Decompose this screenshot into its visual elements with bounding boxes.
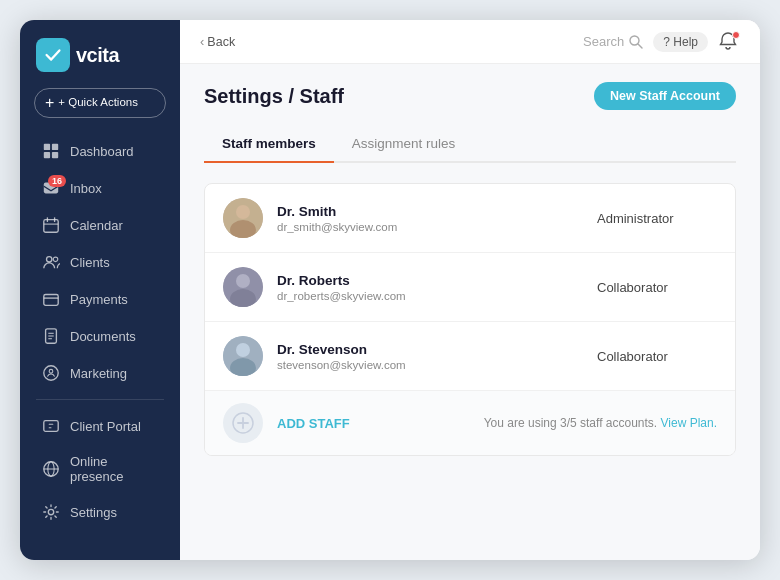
table-row[interactable]: Dr. Stevenson stevenson@skyview.com Coll… xyxy=(205,322,735,391)
sidebar-item-label: Client Portal xyxy=(70,419,141,434)
svg-point-9 xyxy=(47,257,52,262)
staff-name: Dr. Roberts xyxy=(277,273,583,288)
add-staff-row: ADD STAFF You are using 3/5 staff accoun… xyxy=(205,391,735,455)
tabs: Staff members Assignment rules xyxy=(204,126,736,163)
svg-point-27 xyxy=(236,205,250,219)
settings-icon xyxy=(42,503,60,521)
avatar xyxy=(223,198,263,238)
chevron-left-icon: ‹ xyxy=(200,34,204,49)
staff-role: Collaborator xyxy=(597,349,717,364)
staff-info: Dr. Smith dr_smith@skyview.com xyxy=(277,204,583,233)
sidebar: vcita + + Quick Actions Dashboard xyxy=(20,20,180,560)
content-area: Settings / Staff New Staff Account Staff… xyxy=(180,64,760,560)
marketing-icon xyxy=(42,364,60,382)
web-icon xyxy=(42,460,60,478)
tab-assignment-rules[interactable]: Assignment rules xyxy=(334,126,474,163)
staff-info: Dr. Stevenson stevenson@skyview.com xyxy=(277,342,583,371)
quick-actions-label: + Quick Actions xyxy=(58,97,138,109)
add-person-icon xyxy=(232,412,254,434)
add-staff-button[interactable]: ADD STAFF xyxy=(277,416,350,431)
sidebar-item-online-presence[interactable]: Online presence xyxy=(26,445,174,493)
staff-count-message: You are using 3/5 staff accounts. View P… xyxy=(364,416,717,430)
svg-point-18 xyxy=(49,369,53,373)
sidebar-item-label: Calendar xyxy=(70,218,123,233)
avatar xyxy=(223,267,263,307)
sidebar-item-label: Online presence xyxy=(70,454,158,484)
sidebar-item-payments[interactable]: Payments xyxy=(26,281,174,317)
sidebar-item-label: Settings xyxy=(70,505,117,520)
sidebar-nav: Dashboard Inbox 16 Calendar xyxy=(20,132,180,560)
sidebar-item-dashboard[interactable]: Dashboard xyxy=(26,133,174,169)
back-label: Back xyxy=(207,35,235,49)
plus-icon: + xyxy=(45,95,54,111)
sidebar-item-label: Inbox xyxy=(70,181,102,196)
avatar-image xyxy=(223,336,263,376)
back-button[interactable]: ‹ Back xyxy=(200,34,235,49)
sidebar-divider xyxy=(36,399,164,400)
avatar-image xyxy=(223,198,263,238)
notification-button[interactable] xyxy=(718,31,740,53)
logo-icon xyxy=(36,38,70,72)
svg-line-25 xyxy=(638,44,642,48)
documents-icon xyxy=(42,327,60,345)
staff-email: stevenson@skyview.com xyxy=(277,359,583,371)
payments-icon xyxy=(42,290,60,308)
app-container: vcita + + Quick Actions Dashboard xyxy=(20,20,760,560)
staff-name: Dr. Stevenson xyxy=(277,342,583,357)
new-staff-account-button[interactable]: New Staff Account xyxy=(594,82,736,110)
sidebar-item-label: Clients xyxy=(70,255,110,270)
help-button[interactable]: ? Help xyxy=(653,32,708,52)
staff-info: Dr. Roberts dr_roberts@skyview.com xyxy=(277,273,583,302)
svg-point-10 xyxy=(53,257,58,262)
avatar xyxy=(223,336,263,376)
calendar-icon xyxy=(42,216,60,234)
sidebar-item-label: Marketing xyxy=(70,366,127,381)
logo: vcita xyxy=(20,20,180,82)
page-title: Settings / Staff xyxy=(204,85,344,108)
sidebar-item-calendar[interactable]: Calendar xyxy=(26,207,174,243)
svg-point-23 xyxy=(48,509,53,514)
sidebar-item-label: Documents xyxy=(70,329,136,344)
svg-point-30 xyxy=(236,274,250,288)
svg-rect-3 xyxy=(52,152,58,158)
topbar-search: Search ? Help xyxy=(245,31,740,53)
view-plan-link[interactable]: View Plan. xyxy=(661,416,717,430)
inbox-badge: 16 xyxy=(48,175,66,187)
staff-name: Dr. Smith xyxy=(277,204,583,219)
sidebar-item-settings[interactable]: Settings xyxy=(26,494,174,530)
sidebar-item-marketing[interactable]: Marketing xyxy=(26,355,174,391)
sidebar-item-inbox[interactable]: Inbox 16 xyxy=(26,170,174,206)
svg-rect-0 xyxy=(44,144,50,150)
svg-rect-19 xyxy=(44,421,58,432)
topbar: ‹ Back Search ? Help xyxy=(180,20,760,64)
tab-assignment-rules-label: Assignment rules xyxy=(352,136,456,151)
sidebar-item-clients[interactable]: Clients xyxy=(26,244,174,280)
sidebar-item-client-portal[interactable]: Client Portal xyxy=(26,408,174,444)
notification-badge xyxy=(732,31,740,39)
sidebar-item-documents[interactable]: Documents xyxy=(26,318,174,354)
help-label: ? Help xyxy=(663,35,698,49)
clients-icon xyxy=(42,253,60,271)
staff-table: Dr. Smith dr_smith@skyview.com Administr… xyxy=(204,183,736,456)
quick-actions-button[interactable]: + + Quick Actions xyxy=(34,88,166,118)
tab-staff-members[interactable]: Staff members xyxy=(204,126,334,163)
search-placeholder: Search xyxy=(583,34,624,49)
svg-rect-5 xyxy=(44,220,58,233)
svg-rect-11 xyxy=(44,295,58,306)
portal-icon xyxy=(42,417,60,435)
svg-point-33 xyxy=(236,343,250,357)
logo-text: vcita xyxy=(76,44,119,67)
table-row[interactable]: Dr. Roberts dr_roberts@skyview.com Colla… xyxy=(205,253,735,322)
page-header: Settings / Staff New Staff Account xyxy=(204,82,736,110)
staff-role: Collaborator xyxy=(597,280,717,295)
add-staff-avatar xyxy=(223,403,263,443)
main-area: ‹ Back Search ? Help xyxy=(180,20,760,560)
staff-email: dr_roberts@skyview.com xyxy=(277,290,583,302)
avatar-image xyxy=(223,267,263,307)
table-row[interactable]: Dr. Smith dr_smith@skyview.com Administr… xyxy=(205,184,735,253)
staff-role: Administrator xyxy=(597,211,717,226)
svg-rect-1 xyxy=(52,144,58,150)
usage-text: You are using 3/5 staff accounts. xyxy=(484,416,657,430)
dashboard-icon xyxy=(42,142,60,160)
search-box[interactable]: Search xyxy=(583,34,643,49)
